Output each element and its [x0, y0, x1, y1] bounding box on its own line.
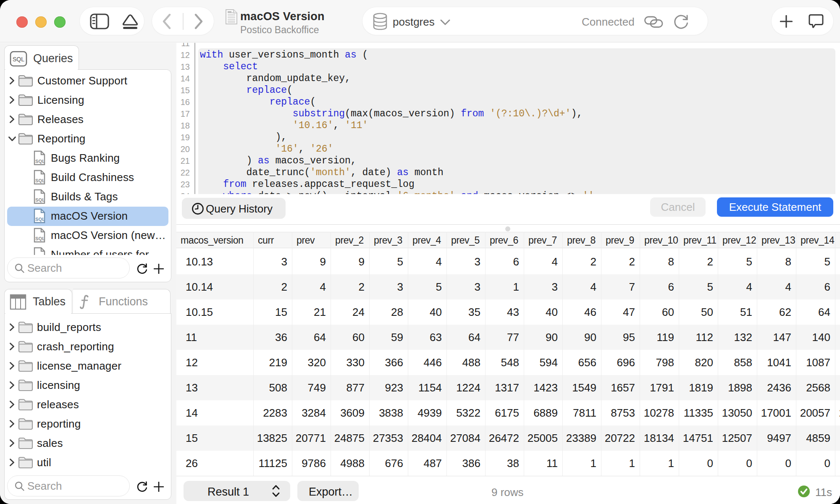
svg-text:SQL: SQL	[35, 197, 45, 202]
svg-text:SQL: SQL	[35, 236, 45, 241]
svg-text:SQL: SQL	[35, 159, 45, 164]
svg-text:SQL: SQL	[35, 217, 45, 222]
svg-text:SQL: SQL	[35, 178, 45, 183]
svg-text:SQL: SQL	[13, 56, 24, 63]
